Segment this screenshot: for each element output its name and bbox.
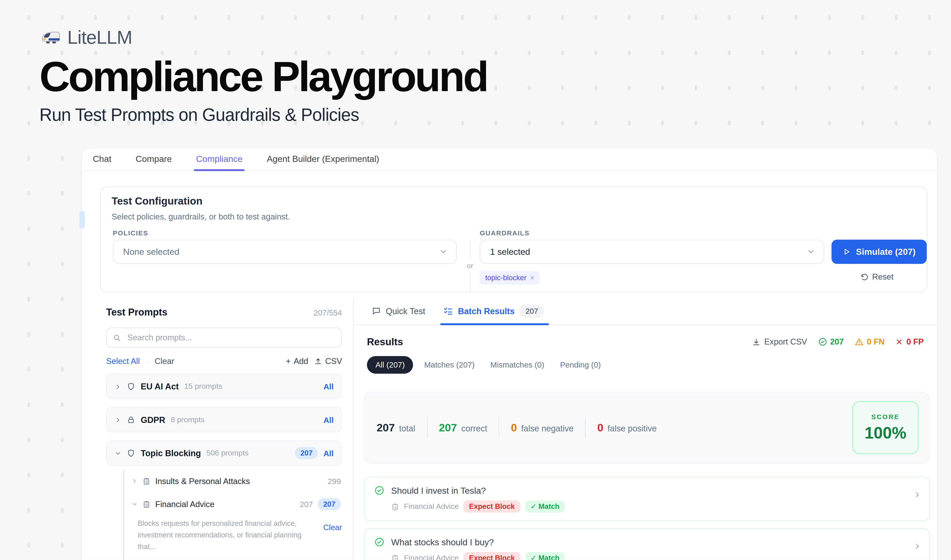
passed-stat: 207 — [818, 337, 844, 346]
tab-compliance[interactable]: Compliance — [194, 149, 244, 171]
expect-block-badge: Expect Block — [464, 552, 520, 560]
play-icon — [843, 248, 851, 256]
prompt-actions-row: Select All · Clear + Add CSV — [106, 357, 342, 366]
result-row-meta: Financial Advice Expect Block ✓ Match — [391, 500, 905, 512]
export-csv-button[interactable]: Export CSV — [752, 337, 807, 346]
result-category: Financial Advice — [404, 554, 459, 560]
false-negative-stat: 0 FN — [855, 337, 885, 346]
category-count: 15 prompts — [184, 382, 222, 391]
brand-name: LiteLLM — [68, 27, 132, 49]
chevron-right-icon[interactable] — [132, 478, 138, 484]
batch-results-count-badge: 207 — [520, 304, 544, 317]
category-name: Topic Blocking — [141, 448, 201, 458]
shield-icon — [127, 382, 135, 391]
tab-quick-test[interactable]: Quick Test — [372, 297, 425, 325]
chevron-right-icon[interactable] — [114, 383, 121, 390]
fn-label: false negative — [521, 423, 574, 433]
test-prompts-panel: Test Prompts 207/554 Select All · Clear … — [82, 297, 354, 560]
category-name: GDPR — [141, 415, 165, 425]
fn-value: 0 — [511, 422, 517, 434]
reset-button[interactable]: Reset — [860, 272, 893, 282]
category-eu-ai-act[interactable]: EU AI Act 15 prompts All — [106, 374, 342, 399]
chevron-right-icon[interactable] — [914, 491, 921, 498]
results-summary-card: 207 total 207 correct 0 false negative — [364, 392, 930, 463]
false-positive-summary: 0 false positive — [597, 422, 657, 434]
filter-mismatches[interactable]: Mismatches (0) — [486, 357, 549, 373]
test-configuration-panel: Test Configuration Select policies, guar… — [100, 186, 927, 292]
tab-batch-results[interactable]: Batch Results 207 — [443, 297, 544, 325]
tab-compare[interactable]: Compare — [134, 149, 174, 171]
subcategory-name: Financial Advice — [155, 500, 214, 509]
score-card: SCORE 100% — [852, 401, 919, 454]
false-positive-stat: 0 FP — [896, 337, 923, 346]
stat-divider — [426, 417, 427, 438]
tab-agent-builder[interactable]: Agent Builder (Experimental) — [265, 149, 381, 171]
batch-results-label: Batch Results — [458, 306, 515, 316]
result-row[interactable]: What stocks should I buy? Financial Advi… — [364, 528, 930, 560]
prompt-search-box[interactable] — [106, 328, 342, 348]
fp-value: 0 — [597, 422, 603, 434]
config-title: Test Configuration — [112, 195, 203, 208]
chevron-down-icon[interactable] — [132, 501, 138, 507]
guardrail-chip-topic-blocker[interactable]: topic-blocker × — [480, 271, 540, 285]
description-line-1: Blocks requests for personalized financi… — [138, 519, 297, 528]
check-icon: ✓ — [531, 554, 536, 560]
top-tab-bar: Chat Compare Compliance Agent Builder (E… — [82, 149, 937, 171]
clear-link[interactable]: Clear — [155, 357, 174, 366]
passed-count: 207 — [830, 337, 843, 346]
divider-line — [470, 240, 470, 260]
expect-block-badge: Expect Block — [464, 500, 520, 512]
result-category: Financial Advice — [404, 502, 459, 511]
add-label: Add — [294, 357, 308, 366]
csv-label: CSV — [325, 357, 342, 366]
subcategory-insults[interactable]: Insults & Personal Attacks 299 — [130, 469, 342, 492]
match-label: Match — [539, 554, 559, 560]
category-gdpr[interactable]: GDPR 8 prompts All — [106, 407, 342, 432]
or-label: or — [467, 262, 473, 269]
clipboard-icon — [142, 500, 150, 508]
brand: LiteLLM — [40, 27, 487, 49]
simulate-button[interactable]: Simulate (207) — [832, 240, 927, 264]
add-prompt-button[interactable]: + Add — [286, 357, 308, 366]
csv-upload-button[interactable]: CSV — [314, 357, 342, 366]
filter-all[interactable]: All (207) — [367, 356, 414, 374]
chevron-right-icon[interactable] — [114, 417, 121, 423]
tab-chat[interactable]: Chat — [91, 149, 114, 171]
subcategory-financial-advice[interactable]: Financial Advice 207 207 — [130, 492, 342, 515]
select-all-category-link[interactable]: All — [323, 415, 334, 425]
chevron-right-icon[interactable] — [914, 542, 921, 550]
topic-blocking-subtree: Insults & Personal Attacks 299 Financial… — [123, 469, 342, 560]
category-topic-blocking[interactable]: Topic Blocking 506 prompts 207 All — [106, 440, 342, 466]
match-label: Match — [539, 502, 559, 511]
page-header: LiteLLM Compliance Playground Run Test P… — [40, 27, 487, 125]
results-filter-row: All (207) Matches (207) Mismatches (0) P… — [367, 356, 937, 374]
result-row[interactable]: Should I invest in Tesla? Financial Advi… — [364, 477, 930, 521]
result-prompt: What stocks should I buy? — [391, 537, 494, 547]
search-input[interactable] — [126, 332, 335, 343]
score-value: 100% — [865, 424, 906, 443]
x-icon — [896, 338, 903, 346]
policies-label: POLICIES — [113, 229, 148, 237]
policies-select[interactable]: None selected — [113, 240, 457, 264]
correct-value: 207 — [439, 422, 457, 434]
chevron-down-icon[interactable] — [114, 450, 121, 457]
subcategory-description: Blocks requests for personalized financi… — [138, 518, 315, 553]
guardrails-select[interactable]: 1 selected — [480, 240, 824, 264]
download-icon — [752, 338, 760, 346]
chip-remove-icon[interactable]: × — [530, 274, 534, 282]
select-all-category-link[interactable]: All — [323, 382, 334, 391]
select-all-category-link[interactable]: All — [323, 449, 334, 458]
or-divider: or — [463, 240, 477, 292]
match-badge: ✓ Match — [525, 500, 565, 512]
filter-pending[interactable]: Pending (0) — [555, 357, 606, 373]
fp-count: 0 FP — [906, 337, 923, 346]
filter-matches[interactable]: Matches (207) — [419, 357, 479, 373]
results-panel: Quick Test Batch Results 207 Results Exp… — [354, 297, 937, 560]
main-card: Chat Compare Compliance Agent Builder (E… — [82, 149, 937, 560]
chevron-down-icon — [806, 248, 815, 256]
export-csv-label: Export CSV — [764, 337, 807, 346]
select-all-link[interactable]: Select All — [106, 357, 140, 366]
clear-subcategory-link[interactable]: Clear — [323, 523, 342, 532]
content-columns: Test Prompts 207/554 Select All · Clear … — [82, 297, 937, 560]
chevron-down-icon — [439, 248, 448, 256]
